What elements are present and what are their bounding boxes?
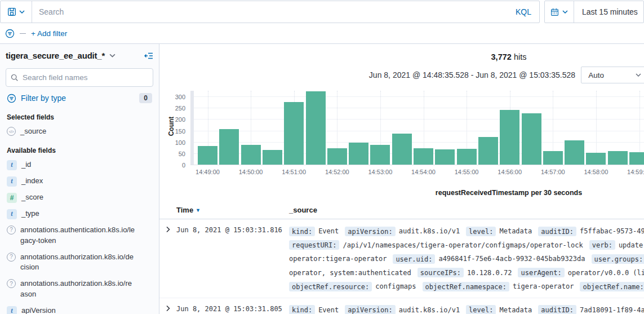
text-type-icon: t xyxy=(7,176,17,187)
field-item-annotations.authorization.k8s.io/decision[interactable]: ?annotations.authorization.k8s.io/decisi… xyxy=(0,249,159,276)
histogram-bar-14:51:00[interactable] xyxy=(284,102,304,165)
field-key-badge: objectRef.namespace: xyxy=(423,282,510,291)
index-pattern-title: tigera_secure_ee_audit_* xyxy=(6,51,105,60)
field-key-badge: apiVersion: xyxy=(345,305,395,314)
text-type-icon: t xyxy=(7,209,17,219)
field-key-badge: apiVersion: xyxy=(345,227,395,236)
field-search-input[interactable] xyxy=(23,73,148,82)
chevron-down-icon xyxy=(636,73,641,77)
x-axis-line xyxy=(190,165,644,165)
saved-query-menu-button[interactable] xyxy=(1,1,32,23)
x-tick-label: 14:52:00 xyxy=(320,169,354,175)
filter-bar-divider xyxy=(20,33,26,34)
field-name: _type xyxy=(21,209,39,219)
filter-icon xyxy=(7,94,16,103)
chevron-down-icon xyxy=(109,54,116,58)
expand-row-button[interactable] xyxy=(159,303,176,314)
field-item-apiVersion[interactable]: tapiVersion xyxy=(0,303,159,314)
field-key-badge: userAgent: xyxy=(518,268,564,277)
histogram-bar-14:49:00[interactable] xyxy=(198,146,217,165)
field-name: apiVersion xyxy=(21,306,56,314)
histogram-bar-14:57:00[interactable] xyxy=(543,151,563,165)
histogram-bar-14:57:30[interactable] xyxy=(565,140,584,165)
field-key-badge: objectRef.resource: xyxy=(289,282,372,291)
discover-sidebar: tigera_secure_ee_audit_* xyxy=(0,44,159,314)
y-tick-label: 0 xyxy=(167,162,185,169)
field-item-_id[interactable]: t_id xyxy=(0,157,159,173)
field-key-badge: level: xyxy=(466,305,496,314)
x-tick-label: 14:58:00 xyxy=(579,169,613,175)
histogram-bar-14:55:00[interactable] xyxy=(457,149,477,165)
field-item-_type[interactable]: t_type xyxy=(0,206,159,222)
histogram-bar-14:52:00[interactable] xyxy=(327,148,347,165)
field-item-_score[interactable]: #_score xyxy=(0,189,159,206)
field-item-annotations.authentication.k8s.io/legacy-token[interactable]: ?annotations.authentication.k8s.io/legac… xyxy=(0,222,159,249)
text-type-icon: t xyxy=(7,306,17,314)
field-value: operator:tigera-operator xyxy=(289,255,387,263)
histogram-bar-14:58:00[interactable] xyxy=(586,153,606,165)
x-tick-label: 14:50:00 xyxy=(234,169,268,175)
histogram-bar-14:49:30[interactable] xyxy=(219,129,239,165)
add-filter-button[interactable]: + Add filter xyxy=(31,29,67,38)
field-value: update xyxy=(619,241,643,249)
histogram-bar-14:58:30[interactable] xyxy=(608,151,628,165)
histogram-bar-14:51:30[interactable] xyxy=(306,91,326,165)
source-line: objectRef.resource:configmapsobjectRef.n… xyxy=(289,280,644,294)
field-item-_index[interactable]: t_index xyxy=(0,173,159,189)
field-key-badge: sourceIPs: xyxy=(418,268,464,277)
interval-select[interactable]: Auto xyxy=(581,67,644,83)
y-tick-label: 150 xyxy=(167,128,185,135)
x-tick-label: 14:57:00 xyxy=(536,169,570,175)
date-picker: Last 15 minutes xyxy=(544,1,644,23)
available-fields-list: t_idt_index#_scoret_type?annotations.aut… xyxy=(0,157,159,314)
histogram-bar-14:54:30[interactable] xyxy=(435,149,455,165)
field-value: 7ad18091-1f89-4a97-8 xyxy=(580,306,644,314)
field-name: annotations.authentication.k8s.io/legacy… xyxy=(20,225,136,246)
unknown-type-icon: ? xyxy=(7,225,16,235)
table-row: Jun 8, 2021 @ 15:03:31.805kind:EventapiV… xyxy=(159,298,644,314)
field-item-_source[interactable]: </>_source xyxy=(0,123,159,140)
field-value: Metadata xyxy=(499,227,532,235)
time-range-value[interactable]: Last 15 minutes xyxy=(574,7,638,16)
field-value: audit.k8s.io/v1 xyxy=(399,227,460,235)
date-quick-menu-button[interactable] xyxy=(545,1,574,23)
filter-count-badge: 0 xyxy=(139,93,152,103)
filter-by-type-button[interactable]: Filter by type 0 xyxy=(0,87,159,108)
field-key-badge: level: xyxy=(466,227,496,236)
histogram-bar-14:50:30[interactable] xyxy=(263,150,282,165)
filter-bar: + Add filter xyxy=(0,24,644,44)
histogram-bar-14:53:00[interactable] xyxy=(370,145,390,165)
histogram-bar-14:54:00[interactable] xyxy=(414,148,433,165)
histogram-plot-area[interactable] xyxy=(190,91,644,165)
table-header: Time▼ _source xyxy=(159,204,644,219)
date-range-text: Jun 8, 2021 @ 14:48:35.528 - Jun 8, 2021… xyxy=(369,70,575,79)
field-name: annotations.authorization.k8s.io/decisio… xyxy=(20,252,136,273)
collapse-sidebar-icon[interactable] xyxy=(144,51,153,60)
available-fields-heading: Available fields xyxy=(0,140,159,157)
kql-button[interactable]: KQL xyxy=(508,7,539,16)
histogram-bar-14:53:30[interactable] xyxy=(392,134,412,165)
field-key-badge: kind: xyxy=(289,305,315,314)
field-name: _source xyxy=(20,126,46,137)
histogram-bar-14:55:30[interactable] xyxy=(478,137,498,165)
histogram-bar-14:50:00[interactable] xyxy=(241,145,261,165)
histogram-bar-14:59:00[interactable] xyxy=(629,152,644,165)
histogram-bar-14:56:00[interactable] xyxy=(500,110,519,165)
x-tick-label: 14:54:00 xyxy=(407,169,441,175)
field-item-annotations.authorization.k8s.io/reason[interactable]: ?annotations.authorization.k8s.io/reason xyxy=(0,276,159,303)
y-tick-label: 200 xyxy=(167,116,185,123)
filter-list-icon[interactable] xyxy=(5,29,15,38)
histogram-bar-14:52:30[interactable] xyxy=(349,143,368,165)
index-pattern-selector[interactable]: tigera_secure_ee_audit_* xyxy=(6,51,116,60)
field-value: 10.128.0.72 xyxy=(467,269,512,277)
search-input[interactable] xyxy=(32,7,508,16)
field-name: _score xyxy=(21,192,43,203)
gridline xyxy=(190,131,644,131)
field-value: /api/v1/namespaces/tigera-operator/confi… xyxy=(343,241,583,249)
sort-descending-icon[interactable]: ▼ xyxy=(196,207,201,213)
time-column-header[interactable]: Time▼ xyxy=(176,206,289,214)
histogram-bar-14:56:30[interactable] xyxy=(522,113,541,165)
field-value: Event xyxy=(318,306,339,314)
field-value: a496841f-75e6-4acb-9932-045bab9323da xyxy=(438,255,585,263)
expand-row-button[interactable] xyxy=(159,224,176,294)
